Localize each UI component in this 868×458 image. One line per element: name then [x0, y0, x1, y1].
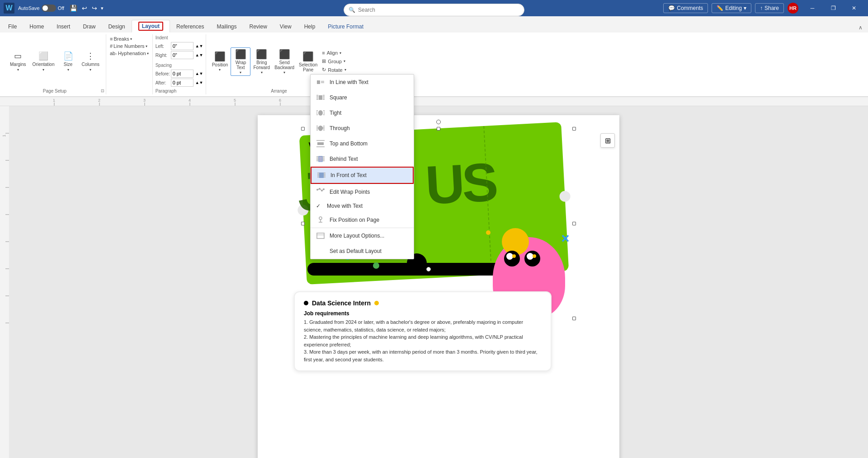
tab-insert[interactable]: Insert [50, 21, 76, 33]
autosave-toggle[interactable] [42, 5, 56, 12]
editing-label: Editing [725, 5, 742, 11]
menu-item-through[interactable]: Through [311, 121, 414, 136]
save-button[interactable]: 💾 [68, 4, 79, 13]
orientation-button[interactable]: ⬜ Orientation ▾ [30, 50, 57, 73]
rotation-handle[interactable] [436, 120, 441, 124]
menu-item-inline[interactable]: In Line with Text [311, 75, 414, 90]
bring-forward-button[interactable]: ⬛ BringForward ▾ [251, 48, 272, 75]
hyphenation-chevron: ▾ [147, 51, 149, 56]
line-numbers-button[interactable]: # Line Numbers ▾ [108, 42, 149, 50]
sel-handle-tm[interactable] [437, 127, 440, 131]
redo-button[interactable]: ↪ [90, 4, 99, 13]
indent-left-input[interactable] [171, 42, 193, 50]
menu-item-square[interactable]: Square [311, 90, 414, 105]
menu-item-move-text[interactable]: ✓ Move with Text [311, 200, 414, 212]
menu-item-fix-position[interactable]: Fix Position on Page [311, 212, 414, 228]
tab-references[interactable]: References [170, 21, 210, 33]
tab-layout[interactable]: Layout [132, 20, 170, 33]
spacing-after-spinner[interactable]: ▲▼ [195, 80, 203, 85]
page-setup-group: ▭ Margins ▾ ⬜ Orientation ▾ 📄 Size ▾ ⋮ C… [4, 34, 106, 94]
spacing-before-spinner[interactable]: ▲▼ [195, 71, 203, 76]
hyphenation-label: Hyphenation [118, 51, 146, 56]
close-button[interactable]: ✕ [844, 0, 864, 16]
move-text-label: Move with Text [327, 203, 363, 209]
selection-pane-label: SelectionPane [299, 62, 317, 72]
indent-right-input[interactable] [171, 51, 193, 59]
columns-chevron: ▾ [90, 68, 91, 72]
tab-draw[interactable]: Draw [76, 21, 102, 33]
menu-item-behind[interactable]: Behind Text [311, 151, 414, 167]
rotate-icon: ↻ [322, 67, 326, 73]
sel-handle-mr[interactable] [572, 222, 576, 225]
editing-button[interactable]: ✏️ Editing ▾ [712, 3, 751, 13]
tight-label: Tight [330, 110, 341, 116]
menu-item-edit-wrap[interactable]: Edit Wrap Points [311, 184, 414, 200]
autosave-area: AutoSave Off [18, 5, 64, 12]
sel-handle-ml[interactable] [301, 222, 305, 225]
breaks-button[interactable]: ≡ Breaks ▾ [108, 35, 134, 42]
svg-rect-13 [0, 106, 9, 458]
main-content: 1 WE ARE HIRING ✶ A [0, 106, 868, 458]
job-req-title: Job requirements [304, 310, 542, 317]
tab-file[interactable]: File [2, 21, 23, 33]
send-backward-button[interactable]: ⬛ SendBackward ▾ [273, 48, 296, 75]
line-numbers-icon: # [110, 43, 113, 49]
menu-item-tight[interactable]: Tight [311, 105, 414, 121]
undo-button[interactable]: ↩ [80, 4, 89, 13]
tab-home[interactable]: Home [23, 21, 50, 33]
size-button[interactable]: 📄 Size ▾ [58, 50, 78, 73]
menu-item-more-layout[interactable]: More Layout Options... [311, 228, 414, 243]
layout-highlighted-label: Layout [138, 22, 163, 31]
tab-design[interactable]: Design [102, 21, 131, 33]
float-layout-icon[interactable]: ⊞ [600, 133, 615, 148]
sel-handle-tr[interactable] [572, 127, 576, 131]
spacing-before-input[interactable] [171, 70, 193, 78]
quick-access-more[interactable]: ▾ [100, 5, 104, 12]
send-backward-label: SendBackward [274, 60, 294, 70]
arrange-label: Arrange [271, 89, 287, 93]
svg-point-35 [318, 110, 323, 116]
position-button[interactable]: ⬛ Position ▾ [210, 50, 230, 73]
hyphenation-button[interactable]: ab- Hyphenation ▾ [108, 50, 151, 57]
page-area: WE ARE HIRING ✶ A JOIN US [9, 106, 868, 458]
editing-icon: ✏️ [717, 5, 723, 11]
tab-picture-format[interactable]: Picture Format [321, 21, 370, 33]
indent-right-spinner[interactable]: ▲▼ [195, 53, 203, 57]
ribbon-content: ▭ Margins ▾ ⬜ Orientation ▾ 📄 Size ▾ ⋮ C… [0, 33, 868, 97]
spacing-after-input[interactable] [171, 79, 193, 87]
ribbon-collapse-button[interactable]: ∧ [855, 23, 866, 33]
svg-text:6: 6 [279, 98, 281, 103]
wrap-text-button[interactable]: ⬛ WrapText ▾ [231, 47, 250, 76]
size-chevron: ▾ [67, 68, 69, 72]
align-group-rotate: ≡ Align ▾ ⊞ Group ▾ ↻ Rotate ▾ [320, 49, 348, 74]
sel-handle-br[interactable] [572, 317, 576, 320]
comments-button[interactable]: 💬 Comments [663, 3, 708, 13]
selection-pane-button[interactable]: ⬛ SelectionPane [297, 50, 319, 73]
job-req-1: 1. Graduated from 2024 or later, with a … [304, 318, 542, 333]
columns-label: Columns [82, 62, 99, 67]
group-button[interactable]: ⊞ Group ▾ [320, 57, 348, 65]
menu-item-top-bottom[interactable]: Top and Bottom [311, 136, 414, 151]
restore-button[interactable]: ❐ [823, 0, 844, 16]
tab-view[interactable]: View [274, 21, 298, 33]
rotate-button[interactable]: ↻ Rotate ▾ [320, 66, 348, 74]
tab-review[interactable]: Review [243, 21, 273, 33]
align-button[interactable]: ≡ Align ▾ [320, 49, 348, 56]
tab-mailings[interactable]: Mailings [210, 21, 243, 33]
menu-item-infront[interactable]: In Front of Text [311, 167, 414, 184]
indent-left-spinner[interactable]: ▲▼ [195, 44, 203, 48]
user-avatar[interactable]: HR [788, 3, 798, 14]
behind-label: Behind Text [330, 156, 358, 162]
search-input[interactable] [358, 7, 519, 13]
margins-button[interactable]: ▭ Margins ▾ [7, 50, 29, 73]
tab-help[interactable]: Help [298, 21, 322, 33]
margins-label: Margins [10, 62, 26, 67]
sel-handle-tl[interactable] [301, 127, 305, 131]
page-setup-launcher[interactable]: ⊡ [100, 88, 105, 93]
svg-point-67 [319, 188, 321, 190]
svg-point-69 [323, 188, 325, 190]
minimize-button[interactable]: ─ [802, 0, 823, 16]
menu-item-set-default[interactable]: Set as Default Layout [311, 243, 414, 259]
share-button[interactable]: ↑ Share [755, 3, 784, 13]
columns-button[interactable]: ⋮ Columns ▾ [79, 50, 102, 73]
